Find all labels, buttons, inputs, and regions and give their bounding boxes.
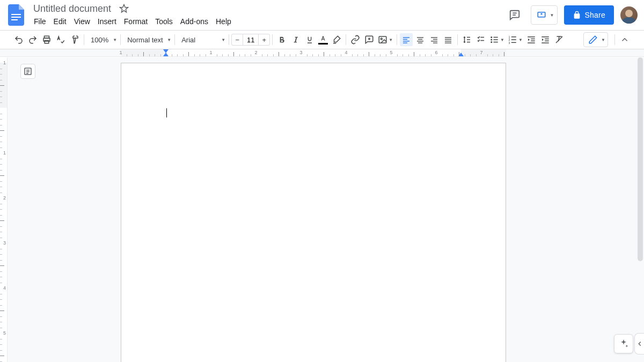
menu-insert[interactable]: Insert	[94, 16, 120, 29]
align-justify-icon[interactable]	[442, 33, 455, 46]
document-canvas	[8, 57, 636, 362]
italic-icon[interactable]	[289, 33, 302, 46]
svg-rect-14	[403, 39, 407, 40]
increase-indent-icon[interactable]	[539, 33, 552, 46]
svg-rect-51	[545, 39, 549, 40]
svg-rect-43	[511, 39, 516, 40]
clear-format-icon[interactable]	[553, 33, 566, 46]
share-label: Share	[584, 11, 605, 19]
svg-rect-21	[431, 37, 437, 38]
collapse-toolbar-icon[interactable]	[617, 32, 632, 47]
svg-rect-41	[511, 36, 516, 38]
menu-file[interactable]: File	[30, 16, 50, 29]
align-center-icon[interactable]	[414, 33, 427, 46]
svg-rect-2	[11, 19, 18, 20]
editing-mode-button[interactable]: ▼	[583, 32, 608, 47]
svg-rect-53	[541, 42, 549, 43]
checklist-icon[interactable]	[474, 33, 487, 46]
zoom-select[interactable]: 100%▼	[86, 33, 118, 46]
svg-rect-45	[511, 42, 516, 43]
star-icon[interactable]	[116, 1, 131, 16]
svg-rect-27	[445, 41, 451, 41]
svg-rect-0	[11, 14, 21, 15]
menu-help[interactable]: Help	[212, 16, 235, 29]
svg-rect-25	[445, 37, 451, 38]
menu-view[interactable]: View	[70, 16, 94, 29]
menu-edit[interactable]: Edit	[50, 16, 70, 29]
chevron-down-icon: ▼	[500, 38, 504, 42]
avatar[interactable]	[620, 6, 638, 24]
svg-rect-22	[433, 39, 437, 40]
svg-rect-28	[445, 42, 451, 43]
chevron-down-icon: ▼	[221, 38, 225, 42]
svg-rect-13	[403, 37, 409, 38]
svg-rect-19	[417, 41, 423, 41]
redo-icon[interactable]	[26, 33, 39, 46]
font-size-increase[interactable]: +	[258, 34, 270, 46]
line-spacing-icon[interactable]	[460, 33, 473, 46]
header: Untitled document File Edit View Insert …	[0, 0, 644, 30]
insert-comment-icon[interactable]	[363, 33, 376, 46]
svg-rect-49	[528, 42, 535, 43]
decrease-indent-icon[interactable]	[525, 33, 538, 46]
text-cursor	[166, 108, 167, 117]
chevron-down-icon: ▼	[113, 38, 117, 42]
side-panel-toggle-icon[interactable]	[634, 333, 644, 354]
menu-addons[interactable]: Add-ons	[177, 16, 212, 29]
vertical-scrollbar[interactable]	[636, 57, 644, 362]
page[interactable]	[121, 63, 506, 362]
svg-rect-15	[403, 41, 409, 41]
svg-rect-24	[433, 42, 437, 43]
chevron-down-icon: ▼	[518, 38, 523, 42]
spellcheck-icon[interactable]	[54, 33, 67, 46]
text-color-icon[interactable]	[317, 33, 330, 46]
numbered-list-icon[interactable]: 123▼	[507, 33, 524, 46]
svg-rect-37	[494, 39, 498, 40]
left-indent-marker[interactable]	[163, 53, 169, 56]
print-icon[interactable]	[40, 33, 53, 46]
align-left-icon[interactable]	[400, 33, 413, 46]
chevron-down-icon: ▼	[389, 38, 393, 42]
svg-point-38	[491, 41, 492, 43]
document-title[interactable]: Untitled document	[30, 2, 114, 16]
present-button[interactable]: ▼	[531, 5, 558, 25]
share-button[interactable]: Share	[564, 5, 614, 25]
title-area: Untitled document File Edit View Insert …	[28, 1, 505, 29]
outline-toggle-icon[interactable]	[20, 64, 35, 79]
underline-icon[interactable]	[303, 33, 316, 46]
bold-icon[interactable]	[275, 33, 288, 46]
svg-rect-17	[417, 37, 423, 38]
pencil-icon	[588, 35, 598, 45]
svg-rect-47	[531, 39, 535, 40]
align-right-icon[interactable]	[428, 33, 441, 46]
vertical-ruler[interactable]: 112345	[0, 57, 8, 362]
svg-rect-18	[418, 39, 422, 40]
menu-tools[interactable]: Tools	[151, 16, 177, 29]
lock-icon	[573, 11, 581, 19]
insert-link-icon[interactable]	[349, 33, 362, 46]
paint-format-icon[interactable]	[68, 33, 81, 46]
highlight-icon[interactable]	[330, 33, 343, 46]
horizontal-ruler[interactable]: 11234567	[0, 49, 644, 57]
chevron-down-icon: ▼	[550, 13, 554, 18]
undo-icon[interactable]	[12, 33, 25, 46]
svg-rect-26	[445, 39, 451, 40]
font-size-decrease[interactable]: −	[231, 34, 243, 46]
docs-logo[interactable]	[6, 5, 26, 25]
chevron-down-icon: ▼	[167, 38, 171, 42]
svg-text:3: 3	[509, 41, 510, 45]
explore-button[interactable]	[614, 334, 633, 353]
comments-icon[interactable]	[505, 5, 524, 25]
font-size-input[interactable]	[243, 34, 258, 46]
svg-point-36	[491, 39, 492, 41]
scrollbar-thumb[interactable]	[638, 57, 643, 261]
paragraph-style-select[interactable]: Normal text▼	[123, 33, 172, 46]
menu-format[interactable]: Format	[120, 16, 151, 29]
svg-rect-39	[494, 42, 498, 43]
svg-rect-35	[494, 37, 498, 38]
svg-rect-20	[418, 42, 422, 43]
svg-rect-16	[403, 42, 407, 43]
bulleted-list-icon[interactable]: ▼	[488, 33, 506, 46]
font-select[interactable]: Arial▼	[177, 33, 226, 46]
insert-image-icon[interactable]: ▼	[377, 33, 394, 46]
